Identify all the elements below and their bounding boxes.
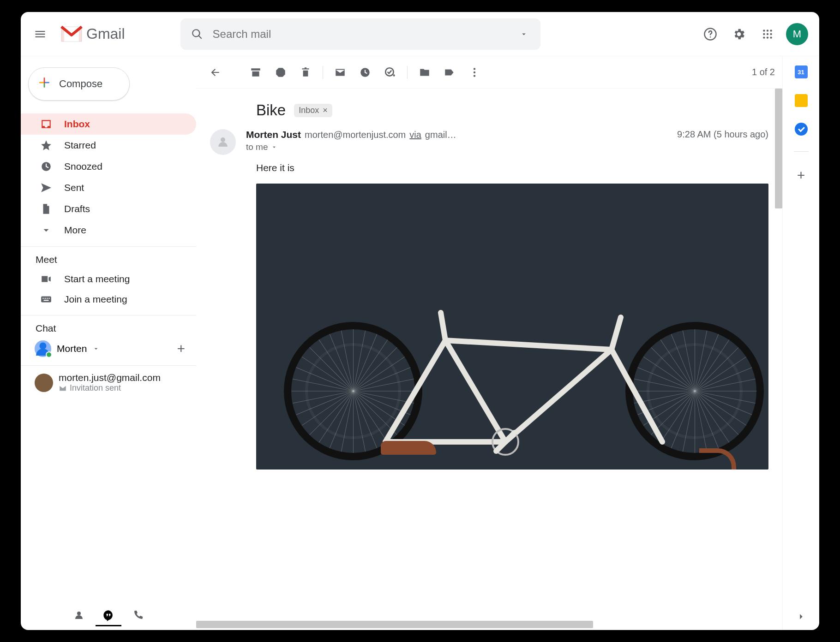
divider bbox=[794, 151, 809, 152]
footer-people-tab[interactable] bbox=[66, 604, 92, 626]
svg-rect-17 bbox=[42, 298, 43, 299]
header: Gmail M bbox=[21, 12, 819, 56]
settings-button[interactable] bbox=[726, 21, 752, 47]
sender-email: morten@mortenjust.com bbox=[305, 130, 406, 140]
svg-rect-14 bbox=[40, 82, 44, 83]
to-line[interactable]: to me bbox=[246, 142, 667, 152]
keyboard-icon bbox=[40, 293, 52, 305]
app-name: Gmail bbox=[86, 25, 125, 42]
mark-unread-button[interactable] bbox=[329, 61, 352, 84]
help-icon bbox=[703, 27, 717, 41]
nav-label: Snoozed bbox=[64, 161, 102, 172]
folder-move-icon bbox=[419, 66, 431, 78]
spam-button[interactable] bbox=[269, 61, 292, 84]
chat-user-row[interactable]: Morten + bbox=[21, 338, 196, 360]
svg-line-32 bbox=[385, 340, 445, 442]
search-options-button[interactable] bbox=[511, 21, 537, 47]
delete-button[interactable] bbox=[294, 61, 317, 84]
svg-rect-21 bbox=[44, 300, 49, 301]
to-text: to me bbox=[246, 142, 268, 152]
envelope-icon bbox=[59, 384, 67, 392]
snooze-button[interactable] bbox=[354, 61, 377, 84]
archive-button[interactable] bbox=[244, 61, 267, 84]
add-task-button[interactable] bbox=[378, 61, 402, 84]
sidebar-item-starred[interactable]: Starred bbox=[21, 135, 196, 156]
sidebar-item-sent[interactable]: Sent bbox=[21, 177, 196, 198]
apps-grid-icon bbox=[762, 28, 774, 40]
divider bbox=[21, 315, 196, 315]
toolbar: 1 of 2 bbox=[196, 56, 782, 89]
bike-saddle bbox=[381, 441, 436, 455]
apps-button[interactable] bbox=[755, 21, 780, 47]
subject: Bike bbox=[256, 101, 286, 119]
search-bar bbox=[180, 18, 540, 50]
svg-line-33 bbox=[505, 350, 612, 442]
footer-hangouts-tab[interactable] bbox=[96, 604, 121, 626]
sidebar-item-inbox[interactable]: Inbox bbox=[21, 113, 196, 135]
nav-label: More bbox=[64, 225, 86, 236]
svg-point-5 bbox=[763, 33, 765, 35]
scrollbar-thumb[interactable] bbox=[196, 621, 593, 628]
sidebar-item-snoozed[interactable]: Snoozed bbox=[21, 156, 196, 177]
join-meeting-button[interactable]: Join a meeting bbox=[21, 289, 196, 309]
more-button[interactable] bbox=[463, 61, 486, 84]
scrollbar-thumb[interactable] bbox=[775, 89, 782, 208]
get-addons-button[interactable]: + bbox=[797, 167, 805, 183]
separator bbox=[407, 66, 408, 79]
attachment-image[interactable] bbox=[256, 184, 768, 470]
new-chat-button[interactable]: + bbox=[177, 341, 185, 357]
send-icon bbox=[40, 182, 52, 194]
vertical-scrollbar[interactable] bbox=[775, 89, 782, 630]
sidebar-item-more[interactable]: More bbox=[21, 220, 196, 241]
calendar-addon[interactable] bbox=[795, 65, 808, 78]
svg-rect-11 bbox=[44, 78, 45, 82]
arrow-left-icon bbox=[209, 66, 221, 78]
search-button[interactable] bbox=[184, 21, 210, 47]
horizontal-scrollbar[interactable] bbox=[196, 621, 773, 628]
hide-panel-button[interactable] bbox=[796, 612, 806, 624]
svg-point-22 bbox=[40, 343, 47, 350]
start-meeting-button[interactable]: Start a meeting bbox=[21, 269, 196, 289]
message-body: Here it is bbox=[196, 158, 782, 173]
compose-button[interactable]: Compose bbox=[28, 67, 130, 101]
labels-button[interactable] bbox=[438, 61, 461, 84]
search-input[interactable] bbox=[213, 28, 508, 41]
svg-point-7 bbox=[770, 33, 772, 35]
footer-phone-tab[interactable] bbox=[125, 604, 151, 626]
contact-row[interactable]: morten.just@gmail.com Invitation sent bbox=[21, 369, 196, 393]
contact-avatar bbox=[35, 374, 53, 392]
svg-rect-18 bbox=[45, 298, 46, 299]
plus-icon bbox=[38, 76, 51, 92]
sidebar-item-drafts[interactable]: Drafts bbox=[21, 198, 196, 220]
nav-label: Drafts bbox=[64, 203, 90, 214]
hamburger-icon bbox=[34, 28, 47, 41]
support-button[interactable] bbox=[697, 21, 723, 47]
label-chip[interactable]: Inbox × bbox=[294, 104, 332, 117]
svg-point-2 bbox=[763, 30, 765, 31]
report-icon bbox=[275, 66, 287, 78]
svg-line-34 bbox=[445, 340, 612, 350]
remove-label-button[interactable]: × bbox=[323, 106, 328, 115]
divider bbox=[21, 246, 196, 247]
chat-section-title: Chat bbox=[21, 319, 196, 338]
tasks-addon[interactable] bbox=[795, 123, 808, 136]
move-to-button[interactable] bbox=[413, 61, 436, 84]
menu-button[interactable] bbox=[26, 20, 54, 48]
sender-name: Morten Just bbox=[246, 129, 301, 140]
svg-rect-12 bbox=[45, 82, 49, 83]
via-label: via bbox=[409, 130, 421, 140]
hangouts-icon bbox=[102, 609, 114, 621]
clock-icon bbox=[359, 66, 371, 78]
sender-avatar bbox=[210, 129, 236, 155]
sidebar-footer bbox=[21, 600, 196, 630]
svg-rect-13 bbox=[44, 83, 45, 87]
presence-avatar bbox=[35, 340, 51, 357]
gmail-logo[interactable]: Gmail bbox=[60, 25, 125, 42]
meet-label: Start a meeting bbox=[64, 273, 130, 285]
back-button[interactable] bbox=[204, 61, 227, 84]
person-icon bbox=[73, 610, 84, 621]
keep-addon[interactable] bbox=[795, 94, 808, 107]
phone-icon bbox=[132, 610, 144, 621]
svg-rect-19 bbox=[47, 298, 48, 299]
account-avatar[interactable]: M bbox=[786, 23, 808, 45]
